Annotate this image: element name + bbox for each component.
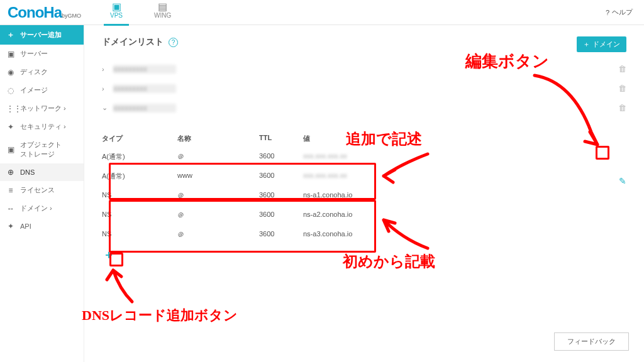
sidebar-label: オブジェクト ストレージ [20,140,62,159]
nav-tabs: ▣VPS ▤WING [85,0,177,26]
cell-name: ＠ [177,211,259,220]
chevron-icon: › [102,85,113,92]
col-val: 値 [303,134,379,143]
sidebar-label: サーバー [20,49,48,58]
sidebar-label: ドメイン › [20,204,52,213]
sidebar-item[interactable]: ◉ディスク [0,63,84,81]
sidebar-item[interactable]: ◌イメージ [0,81,84,99]
domain-name: xxxxxxxxx [113,84,176,93]
cell-ttl: 3600 [259,230,303,239]
trash-icon[interactable]: 🗑 [618,103,626,112]
top-header: ConoHabyGMO ▣VPS ▤WING ?ヘルプ [0,0,644,25]
help-link[interactable]: ?ヘルプ [606,8,633,17]
sidebar-item[interactable]: ⋮⋮ネットワーク › [0,99,84,118]
domain-row[interactable]: ⌄xxxxxxxxx🗑 [102,98,626,118]
cell-name: ＠ [177,152,259,162]
domain-row[interactable]: ›xxxxxxxxx🗑 [102,59,626,79]
cell-ttl: 3600 [259,152,303,162]
sidebar: ＋サーバー追加▣サーバー◉ディスク◌イメージ⋮⋮ネットワーク ›✦セキュリティ … [0,25,84,362]
sidebar-label: API [20,222,31,230]
record-row: NS＠3600ns-a2.conoha.io [102,206,626,225]
page-title: ドメインリスト [102,36,164,48]
cell-name: www [177,172,259,181]
sidebar-label: DNS [20,168,35,176]
records-header-row: タイプ 名称 TTL 値 [102,130,626,147]
tab-vps[interactable]: ▣VPS [104,0,129,26]
cell-type: A(通常) [102,172,177,181]
col-ttl: TTL [259,134,303,143]
record-row: NS＠3600ns-a3.conoha.io [102,225,626,244]
cell-name: ＠ [177,230,259,239]
trash-icon[interactable]: 🗑 [618,64,626,74]
sidebar-item[interactable]: ▣サーバー [0,45,84,63]
cell-val: xxx.xxx.xxx.xx [303,152,379,162]
add-domain-button[interactable]: ＋ドメイン [577,36,626,52]
chevron-icon: ⌄ [102,104,113,112]
sidebar-icon: ⋮⋮ [6,104,15,113]
feedback-button[interactable]: フィードバック [554,332,629,351]
sidebar-item[interactable]: ✦セキュリティ › [0,118,84,136]
building-icon: ▤ [158,2,167,12]
records-section: タイプ 名称 TTL 値 A(通常)＠3600xxx.xxx.xxx.xxA(通… [102,130,626,262]
cell-name: ＠ [177,191,259,200]
sidebar-item[interactable]: ≡ライセンス [0,181,84,199]
btn-label: ドメイン [592,40,620,49]
server-icon: ▣ [112,2,121,12]
sidebar-label: セキュリティ › [20,122,66,131]
logo-sub: byGMO [62,13,81,19]
help-icon[interactable]: ? [169,38,178,47]
sidebar-item[interactable]: ＋サーバー追加 [0,25,84,45]
cell-val: ns-a1.conoha.io [303,191,379,200]
sidebar-icon: ▣ [6,50,15,58]
edit-button[interactable]: ✎ [619,176,626,186]
record-row: A(通常)＠3600xxx.xxx.xxx.xx [102,147,626,167]
sidebar-icon: ⊕ [6,168,15,177]
sidebar-icon: ▣ [6,145,15,154]
main-content: ドメインリスト ? ＋ドメイン ›xxxxxxxxx🗑›xxxxxxxxx🗑⌄x… [84,25,644,362]
sidebar-icon: ◉ [6,68,15,77]
sidebar-item[interactable]: ↔ドメイン › [0,199,84,217]
chevron-icon: › [102,65,113,73]
sidebar-item[interactable]: ▣オブジェクト ストレージ [0,136,84,163]
plus-icon: ＋ [583,40,590,49]
cell-type: A(通常) [102,152,177,162]
domain-row[interactable]: ›xxxxxxxxx🗑 [102,79,626,98]
sidebar-icon: ＋ [6,30,15,40]
sidebar-icon: ↔ [6,204,15,213]
tab-label: WING [154,12,171,19]
domain-name: xxxxxxxxx [113,104,176,112]
logo-text: ConoHa [8,4,62,21]
cell-val: ns-a2.conoha.io [303,211,379,220]
sidebar-item[interactable]: ✦API [0,217,84,235]
sidebar-icon: ≡ [6,186,15,195]
cell-val: xxx.xxx.xxx.xx [303,172,379,181]
record-row: A(通常)www3600xxx.xxx.xxx.xx [102,167,626,186]
sidebar-item[interactable]: ⊕DNS [0,163,84,181]
col-name: 名称 [177,134,259,143]
tab-label: VPS [110,12,123,19]
help-label: ヘルプ [612,8,633,17]
record-row: NS＠3600ns-a1.conoha.io [102,186,626,206]
col-type: タイプ [102,134,177,143]
cell-type: NS [102,230,177,239]
sidebar-icon: ✦ [6,222,15,231]
cell-type: NS [102,191,177,200]
sidebar-label: ネットワーク › [20,104,66,113]
cell-ttl: 3600 [259,191,303,200]
question-icon: ? [606,9,609,16]
tab-wing[interactable]: ▤WING [148,0,177,26]
sidebar-icon: ✦ [6,123,15,131]
trash-icon[interactable]: 🗑 [618,84,626,93]
page-title-row: ドメインリスト ? [102,36,626,48]
domain-name: xxxxxxxxx [113,65,176,74]
sidebar-label: サーバー追加 [20,30,62,40]
sidebar-label: イメージ [20,85,48,95]
cell-ttl: 3600 [259,172,303,181]
sidebar-icon: ◌ [6,86,15,95]
cell-ttl: 3600 [259,211,303,220]
sidebar-label: ライセンス [20,185,55,195]
sidebar-label: ディスク [20,67,48,77]
cell-val: ns-a3.conoha.io [303,230,379,239]
add-record-button[interactable]: ＋ [103,247,626,262]
logo: ConoHabyGMO [0,4,85,21]
